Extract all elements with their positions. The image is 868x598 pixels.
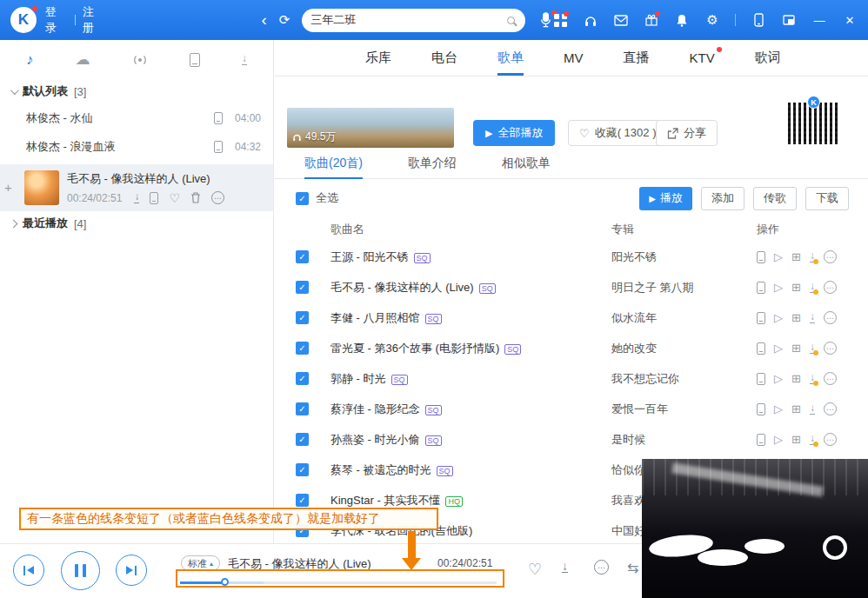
song-title[interactable]: 毛不易 - 像我这样的人 (Live)SQ	[324, 280, 611, 296]
heart-icon[interactable]: ♡	[528, 560, 542, 579]
song-checkbox[interactable]: ✓	[296, 342, 309, 355]
song-row[interactable]: ✓李健 - 八月照相馆SQ似水流年▷⊞↓⋯	[275, 302, 868, 333]
app-logo[interactable]: K	[10, 7, 37, 33]
song-row[interactable]: ✓孙燕姿 - 时光小偷SQ是时候▷⊞↓⋯	[275, 424, 868, 455]
add-icon[interactable]: ⊞	[791, 342, 801, 355]
more-icon[interactable]: ⋯	[824, 311, 837, 324]
song-row[interactable]: ✓毛不易 - 像我这样的人 (Live)SQ明日之子 第八期▷⊞↓⋯	[275, 272, 868, 302]
close-icon[interactable]: ✕	[842, 12, 858, 28]
song-row[interactable]: ✓郭静 - 时光SQ我不想忘记你▷⊞↓⋯	[275, 363, 868, 394]
more-icon[interactable]: ⋯	[824, 402, 837, 415]
minimize-icon[interactable]: —	[811, 12, 827, 28]
song-checkbox[interactable]: ✓	[296, 250, 309, 263]
device-icon[interactable]	[757, 251, 765, 263]
headset-icon[interactable]	[583, 12, 598, 28]
more-icon[interactable]: ⋯	[824, 281, 837, 294]
mail-icon[interactable]	[613, 12, 629, 28]
content-tab-1[interactable]: 歌单介绍	[408, 148, 457, 178]
song-row[interactable]: ✓雷光夏 - 第36个故事 (电影抒情版)SQ她的改变▷⊞↓⋯	[275, 333, 868, 363]
search-box[interactable]: 三年二班	[302, 9, 525, 32]
device-icon[interactable]	[757, 282, 765, 294]
play-button[interactable]: ▶ 播放	[639, 187, 692, 210]
more-icon[interactable]: ⋯	[824, 342, 837, 355]
download-icon[interactable]: ↓	[810, 251, 815, 262]
song-album[interactable]: 她的改变	[611, 341, 757, 356]
download-icon[interactable]: ↓	[810, 373, 815, 384]
nav-item-3[interactable]: MV	[564, 40, 584, 76]
next-button[interactable]	[116, 555, 147, 586]
nav-item-4[interactable]: 直播	[624, 40, 650, 76]
song-album[interactable]: 我不想忘记你	[611, 371, 757, 387]
device-icon[interactable]	[757, 342, 765, 355]
add-icon[interactable]: ⊞	[791, 402, 801, 415]
song-album[interactable]: 阳光不锈	[611, 249, 757, 265]
settings-gear-icon[interactable]: ⚙	[704, 12, 720, 28]
nav-item-0[interactable]: 乐库	[365, 40, 391, 76]
more-icon[interactable]: ⋯	[824, 250, 837, 263]
back-icon[interactable]: ‹	[261, 10, 266, 30]
now-playing-thumbnail[interactable]	[24, 170, 59, 205]
device-icon[interactable]	[214, 112, 223, 124]
add-playlist-button[interactable]: +	[4, 180, 12, 195]
song-checkbox[interactable]: ✓	[296, 311, 309, 324]
device-icon[interactable]	[757, 373, 765, 385]
add-icon[interactable]: ⊞	[791, 311, 801, 324]
trash-icon[interactable]	[190, 192, 201, 203]
device-icon[interactable]	[214, 141, 223, 153]
play-icon[interactable]: ▷	[774, 372, 783, 385]
download-icon[interactable]: ↓	[810, 282, 815, 293]
song-album[interactable]: 似水流年	[611, 310, 757, 326]
phone-mode-icon[interactable]	[751, 12, 766, 28]
content-tab-2[interactable]: 相似歌单	[502, 148, 551, 178]
device-icon[interactable]	[757, 312, 765, 324]
bell-icon[interactable]	[674, 12, 690, 28]
now-playing-item[interactable]: + 毛不易 - 像我这样的人 (Live) 00:24/02:51 ↓ ♡ ⋯	[0, 164, 273, 211]
device-icon[interactable]	[757, 403, 765, 415]
nav-item-6[interactable]: 歌词	[755, 40, 781, 76]
song-title[interactable]: 王源 - 阳光不锈SQ	[324, 249, 611, 265]
song-album[interactable]: 爱恨一百年	[611, 402, 757, 417]
favorite-button[interactable]: ♡ 收藏( 1302 )	[568, 120, 667, 146]
add-icon[interactable]: ⊞	[791, 433, 801, 446]
nav-item-1[interactable]: 电台	[431, 40, 457, 76]
download-icon[interactable]: ↓	[810, 434, 815, 445]
play-icon[interactable]: ▷	[774, 311, 783, 324]
sidebar-track[interactable]: 林俊杰 - 浪漫血液04:32	[0, 132, 273, 161]
tab-local-music[interactable]: ♪	[26, 51, 34, 69]
more-icon[interactable]: ⋯	[594, 560, 609, 575]
add-icon[interactable]: ⊞	[791, 372, 801, 385]
add-button[interactable]: 添加	[701, 187, 744, 210]
download-icon[interactable]: ↓	[810, 312, 815, 323]
tab-cloud[interactable]: ☁	[76, 50, 90, 69]
send-to-device-icon[interactable]	[150, 192, 158, 204]
song-title[interactable]: 蔡琴 - 被遗忘的时光SQ	[324, 462, 611, 478]
more-icon[interactable]: ⋯	[211, 191, 224, 204]
heart-icon[interactable]: ♡	[169, 191, 180, 205]
add-icon[interactable]: ⊞	[791, 250, 801, 263]
play-icon[interactable]: ▷	[774, 342, 783, 355]
play-icon[interactable]: ▷	[774, 250, 783, 263]
tab-device[interactable]	[190, 53, 200, 67]
previous-button[interactable]	[13, 555, 44, 586]
song-checkbox[interactable]: ✓	[296, 494, 309, 507]
song-title[interactable]: 郭静 - 时光SQ	[324, 371, 611, 387]
apps-grid-icon[interactable]	[552, 12, 568, 28]
play-icon[interactable]: ▷	[774, 281, 783, 294]
song-title[interactable]: 李健 - 八月照相馆SQ	[324, 310, 611, 326]
section-default-list[interactable]: 默认列表 [3]	[0, 79, 273, 103]
song-checkbox[interactable]: ✓	[296, 402, 309, 415]
nav-item-2[interactable]: 歌单	[497, 40, 524, 76]
play-icon[interactable]: ▷	[774, 433, 783, 446]
tab-download[interactable]: ↓	[242, 54, 247, 65]
login-link[interactable]: 登录	[45, 4, 68, 36]
playlist-cover[interactable]: 49.5万	[287, 108, 454, 148]
download-button[interactable]: 下载	[805, 187, 849, 210]
play-icon[interactable]: ▷	[774, 402, 783, 415]
song-row[interactable]: ✓蔡淳佳 - 隐形纪念SQ爱恨一百年▷⊞↓⋯	[275, 394, 868, 424]
device-icon[interactable]	[757, 434, 765, 446]
play-all-button[interactable]: ▶ 全部播放	[473, 120, 555, 146]
download-icon[interactable]: ↓	[562, 561, 568, 573]
gift-icon[interactable]	[644, 12, 659, 28]
register-link[interactable]: 注册	[83, 4, 105, 36]
share-button[interactable]: 分享	[656, 120, 718, 146]
